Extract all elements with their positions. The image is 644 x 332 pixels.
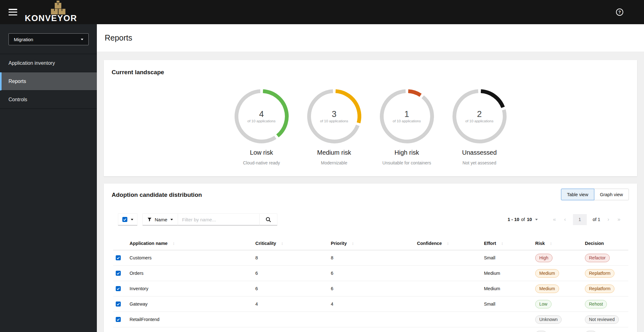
current-landscape-card: Current landscape 4 of 10 applications L… <box>104 60 637 176</box>
sort-icon[interactable]: ↕ <box>281 241 283 246</box>
table-row-gateway: Gateway 4 4 Small Low Rehost <box>113 296 628 312</box>
donut-subtitle: of 10 applications <box>320 119 348 123</box>
sort-icon[interactable]: ↕ <box>447 241 449 246</box>
application-name-cell <box>127 327 253 332</box>
donut-label: High risk <box>379 149 435 156</box>
column-header-select <box>113 239 127 250</box>
criticality-cell: 6 <box>253 266 328 281</box>
donut-chart-low-risk: 4 of 10 applications <box>234 89 289 144</box>
filter-by-name-input[interactable] <box>178 213 259 225</box>
pagination-range: 1 - 10 <box>508 217 519 222</box>
page-title: Reports <box>105 33 132 42</box>
donut-label: Low risk <box>234 149 289 156</box>
priority-cell <box>328 312 414 327</box>
sort-icon[interactable]: ↕ <box>550 241 552 246</box>
criticality-cell: 8 <box>253 250 328 266</box>
priority-cell: 8 <box>328 250 414 266</box>
pagination-range-dropdown[interactable]: 1 - 10 of 10 <box>508 217 537 222</box>
decision-cell: Replatform <box>582 266 628 281</box>
donut-subtitle: of 10 applications <box>465 119 494 123</box>
medium-label: Medium <box>535 269 559 278</box>
not-reviewed-label: Not reviewed <box>585 315 619 324</box>
label <box>535 331 547 332</box>
table-view-button[interactable]: Table view <box>561 189 594 200</box>
help-icon[interactable]: ? <box>616 8 623 16</box>
priority-cell: 6 <box>328 266 414 281</box>
row-checkbox[interactable] <box>116 271 121 276</box>
donut-unassessed: 2 of 10 applications Unassessed Not yet … <box>452 89 507 165</box>
select-cell <box>113 327 127 332</box>
sidebar-item-application-inventory[interactable]: Application inventory <box>0 54 97 72</box>
select-cell <box>113 296 127 312</box>
bulk-select-dropdown[interactable] <box>118 213 137 225</box>
rehost-label: Rehost <box>585 300 607 308</box>
replatform-label: Replatform <box>585 269 614 278</box>
nav-toggle-hamburger-icon[interactable] <box>8 9 17 15</box>
confidence-cell <box>414 327 481 332</box>
risk-cell: Unknown <box>533 312 582 327</box>
column-header-risk[interactable]: Risk ↕ <box>533 239 582 250</box>
priority-cell: 6 <box>328 281 414 296</box>
row-checkbox[interactable] <box>116 255 121 260</box>
sidebar-item-controls[interactable]: Controls <box>0 91 97 109</box>
pagination-of-word: of <box>521 217 525 222</box>
column-header-confidence[interactable]: Confidence ↕ <box>414 239 481 250</box>
row-checkbox[interactable] <box>116 302 121 307</box>
column-header-application-name[interactable]: Application name ↕ <box>127 239 253 250</box>
boxes-icon <box>49 1 67 14</box>
priority-cell <box>328 327 414 332</box>
sidebar-nav: Application inventoryReportsControls <box>0 54 97 109</box>
adoption-card: Adoption candidate distribution Table vi… <box>104 184 637 332</box>
perspective-selector[interactable]: Migration <box>8 33 89 45</box>
row-checkbox[interactable] <box>116 286 121 291</box>
search-button[interactable] <box>259 213 277 225</box>
sort-icon[interactable]: ↕ <box>352 241 354 246</box>
unknown-label: Unknown <box>535 315 562 324</box>
application-name-cell: Inventory <box>127 281 253 296</box>
table-row-inventory: Inventory 6 6 Medium Medium Replatform <box>113 281 628 296</box>
last-page-button[interactable]: » <box>613 216 625 223</box>
criticality-cell <box>253 312 328 327</box>
column-header-priority[interactable]: Priority ↕ <box>328 239 414 250</box>
current-landscape-title: Current landscape <box>104 60 637 76</box>
filter-group: Name <box>142 213 277 225</box>
first-page-button[interactable]: « <box>549 216 560 223</box>
bulk-select-checkbox[interactable] <box>122 217 127 222</box>
sort-icon[interactable]: ↕ <box>501 241 503 246</box>
column-header-effort[interactable]: Effort ↕ <box>481 239 533 250</box>
sidebar-item-reports[interactable]: Reports <box>0 72 97 91</box>
page-of-total: of 1 <box>593 217 600 222</box>
sort-icon[interactable]: ↕ <box>173 241 175 246</box>
column-header-criticality[interactable]: Criticality ↕ <box>253 239 328 250</box>
donut-label: Medium risk <box>307 149 362 156</box>
effort-cell: Medium <box>481 266 533 281</box>
confidence-cell <box>414 281 481 296</box>
risk-cell: Medium <box>533 281 582 296</box>
table-body: Customers 8 8 Small High Refactor Orders… <box>113 250 628 332</box>
applications-table-wrap: Application name ↕Criticality ↕Priority … <box>113 239 628 332</box>
effort-cell: Small <box>481 296 533 312</box>
chevron-down-icon <box>170 219 173 220</box>
next-page-button[interactable]: › <box>603 216 613 223</box>
select-cell <box>113 281 127 296</box>
table-row-customers: Customers 8 8 Small High Refactor <box>113 250 628 266</box>
table-toolbar: Name 1 - 10 of 10 <box>118 213 625 225</box>
filter-category-label: Name <box>155 217 167 222</box>
graph-view-button[interactable]: Graph view <box>594 189 629 200</box>
effort-cell <box>481 327 533 332</box>
effort-cell: Small <box>481 250 533 266</box>
application-name-cell: Orders <box>127 266 253 281</box>
previous-page-button[interactable]: ‹ <box>560 216 570 223</box>
select-cell <box>113 312 127 327</box>
current-page-input[interactable] <box>573 214 587 225</box>
confidence-cell <box>414 312 481 327</box>
application-name-cell: Gateway <box>127 296 253 312</box>
donut-row: 4 of 10 applications Low risk Cloud-nati… <box>104 89 637 165</box>
filter-category-dropdown[interactable]: Name <box>142 213 178 225</box>
row-checkbox[interactable] <box>116 317 121 322</box>
high-label: High <box>535 254 552 262</box>
donut-value: 4 <box>259 110 264 119</box>
confidence-cell <box>414 266 481 281</box>
donut-description: Not yet assessed <box>452 160 507 165</box>
donut-subtitle: of 10 applications <box>247 119 276 123</box>
